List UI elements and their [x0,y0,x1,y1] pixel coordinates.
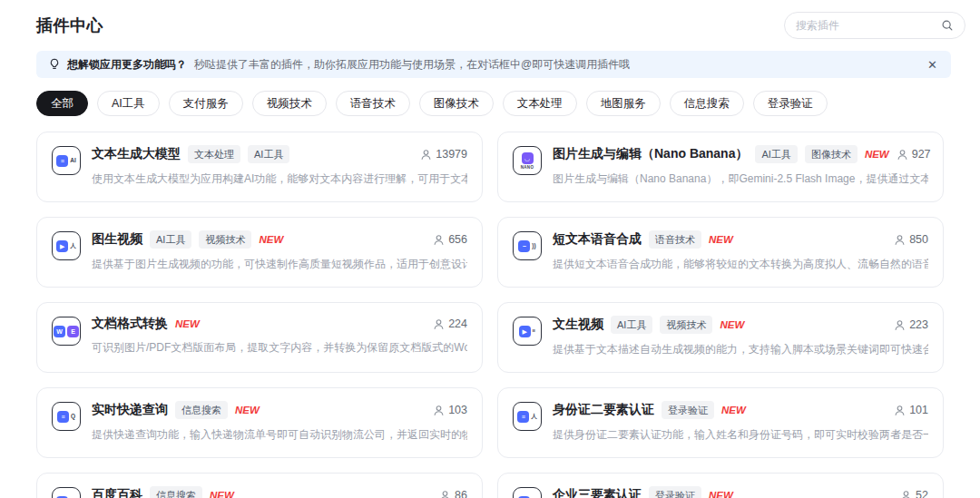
header: 插件中心 [0,0,980,39]
plugin-description: 提供基于文本描述自动生成视频的能力，支持输入脚本或场景关键词即可快速合成短视频，… [553,342,928,357]
filter-tab-2[interactable]: 支付服务 [169,91,243,116]
plugin-card-inner: −))短文本语音合成语音技术NEW850提供短文本语音合成功能，能够将较短的文本… [513,230,928,272]
new-badge: NEW [259,234,283,245]
plugin-tag: 文本处理 [188,145,240,163]
user-count: 13979 [420,148,467,161]
plugin-card-body: 身份证二要素认证登录验证NEW101提供身份证二要素认证功能，输入姓名和身份证号… [553,401,928,443]
plugin-card-body: 文生视频AI工具视频技术NEW223提供基于文本描述自动生成视频的能力，支持输入… [553,316,928,357]
plugin-title: 短文本语音合成 [553,231,642,248]
plugin-title: 文档格式转换 [92,316,168,332]
plugin-tag: 图像技术 [805,145,858,163]
plugin-icon-glyph: ≡ [57,411,69,423]
user-count-value: 224 [448,317,467,330]
plugin-card-body: 图生视频AI工具视频技术NEW656提供基于图片生成视频的功能，可快速制作高质量… [92,230,467,272]
close-icon[interactable]: ✕ [926,57,939,73]
plugin-icon-glyph: W [54,326,65,337]
new-badge: NEW [235,405,260,415]
plugin-icon-glyph: ≡ [56,155,68,167]
plugin-card-body: 百度百科信息搜索NEW86提供权威、全面的中文百科词条查询能力，支持用户快速获取… [92,486,467,498]
plugin-card[interactable]: ≡人身份证二要素认证登录验证NEW101提供身份证二要素认证功能，输入姓名和身份… [497,387,944,458]
plugin-icon-glyph: ◡ [522,152,534,164]
plugin-icon-accessory: AI [70,158,76,164]
user-count: 103 [433,404,467,416]
filter-tab-5[interactable]: 图像技术 [419,91,494,116]
search-icon[interactable] [941,19,954,32]
search-input[interactable] [796,19,941,32]
plugin-card-inner: ◡NANO图片生成与编辑（Nano Banana）AI工具图像技术NEW927图… [513,145,928,187]
filter-tab-9[interactable]: 登录验证 [753,91,828,116]
plugin-card-inner: ≡百百度百科信息搜索NEW86提供权威、全面的中文百科词条查询能力，支持用户快速… [52,486,467,498]
plugin-card[interactable]: WE文档格式转换NEW224可识别图片/PDF文档版面布局，提取文字内容，并转换… [36,302,483,373]
user-count-value: 850 [909,233,928,246]
plugin-icon: ≡百 [52,487,81,498]
filter-tab-3[interactable]: 视频技术 [252,91,327,116]
plugin-card-body: 文本生成大模型文本处理AI工具13979使用文本生成大模型为应用构建AI功能，能… [92,145,467,187]
plugin-icon: ◡NANO [513,146,542,175]
plugin-card-inner: WE文档格式转换NEW224可识别图片/PDF文档版面布局，提取文字内容，并转换… [52,316,467,356]
user-count-value: 101 [909,404,928,416]
user-count: 656 [433,233,467,246]
plugin-card-inner: ▶人图生视频AI工具视频技术NEW656提供基于图片生成视频的功能，可快速制作高… [52,230,467,272]
person-icon [420,149,432,161]
plugin-description: 提供快递查询功能，输入快递物流单号即可自动识别物流公司，并返回实时的物流信息。支… [92,427,467,443]
plugin-card[interactable]: ▶≡文生视频AI工具视频技术NEW223提供基于文本描述自动生成视频的能力，支持… [497,302,944,373]
plugin-card[interactable]: ≡AI文本生成大模型文本处理AI工具13979使用文本生成大模型为应用构建AI功… [36,132,483,202]
plugin-icon: ▶人 [52,231,81,260]
plugin-card[interactable]: ≡Q实时快递查询信息搜索NEW103提供快递查询功能，输入快递物流单号即可自动识… [36,387,483,458]
plugin-tag: AI工具 [248,145,289,163]
user-count-value: 103 [448,404,467,416]
filter-tab-7[interactable]: 地图服务 [586,91,661,116]
plugin-icon: ≡人 [513,402,542,431]
filter-tab-1[interactable]: AI工具 [97,91,160,116]
plugin-description: 图片生成与编辑（Nano Banana），即Gemini-2.5 Flash I… [553,171,928,187]
filter-tab-6[interactable]: 文本处理 [503,91,577,116]
banner-question: 想解锁应用更多功能吗？ [67,57,187,73]
plugin-icon-glyph: ≡ [517,411,529,423]
plugin-card-inner: ≡Q实时快递查询信息搜索NEW103提供快递查询功能，输入快递物流单号即可自动识… [52,401,467,443]
user-count: 223 [894,318,928,331]
filter-tab-4[interactable]: 语音技术 [336,91,410,116]
search-box[interactable] [784,12,965,39]
user-count: 86 [439,489,467,498]
plugin-title: 图生视频 [92,231,142,248]
plugin-title: 文生视频 [553,317,603,333]
plugin-card[interactable]: ≡✓企业三要素认证登录验证NEW52提供企业三要素认证功能，输入企业名称、统一社… [497,473,944,498]
user-count: 101 [894,404,928,416]
plugin-icon-accessory: )) [532,243,535,249]
plugin-icon: ≡AI [52,146,81,175]
plugin-description: 提供身份证二要素认证功能，输入姓名和身份证号码，即可实时校验两者是否一致，适用于… [553,427,928,443]
plugin-card-body: 短文本语音合成语音技术NEW850提供短文本语音合成功能，能够将较短的文本转换为… [553,230,928,272]
plugin-title: 企业三要素认证 [553,487,642,498]
plugin-tag: 语音技术 [649,230,701,249]
plugin-card[interactable]: ◡NANO图片生成与编辑（Nano Banana）AI工具图像技术NEW927图… [497,132,944,202]
plugin-icon-label: NANO [521,165,534,170]
plugin-tag: 信息搜索 [175,401,228,419]
filter-tab-8[interactable]: 信息搜索 [670,91,744,116]
plugin-tag: AI工具 [755,145,797,163]
plugin-title: 身份证二要素认证 [553,402,654,418]
user-count-value: 223 [909,318,928,331]
plugin-card-body: 文档格式转换NEW224可识别图片/PDF文档版面布局，提取文字内容，并转换为保… [92,316,467,356]
user-count: 52 [900,489,928,498]
user-count-value: 927 [912,148,931,161]
plugin-card[interactable]: ▶人图生视频AI工具视频技术NEW656提供基于图片生成视频的功能，可快速制作高… [36,217,483,288]
plugin-card-inner: ≡✓企业三要素认证登录验证NEW52提供企业三要素认证功能，输入企业名称、统一社… [513,486,928,498]
plugin-tag: 登录验证 [649,486,701,498]
person-icon [433,405,445,416]
plugin-icon-glyph: E [67,326,79,337]
plugin-title: 实时快递查询 [92,402,168,418]
filter-tab-0[interactable]: 全部 [36,91,88,116]
user-count: 224 [433,317,467,330]
plugin-card-body: 企业三要素认证登录验证NEW52提供企业三要素认证功能，输入企业名称、统一社会信… [553,486,928,498]
plugin-icon-accessory: 人 [531,414,537,420]
plugin-card[interactable]: ≡百百度百科信息搜索NEW86提供权威、全面的中文百科词条查询能力，支持用户快速… [36,473,483,498]
plugin-description: 提供基于图片生成视频的功能，可快速制作高质量短视频作品，适用于创意设计、内容营销… [92,257,467,272]
banner-message: 秒哒提供了丰富的插件，助你拓展应用功能与使用场景，在对话框中@即可快速调用插件哦 [194,57,630,73]
plugin-tag: AI工具 [611,316,652,334]
user-count-value: 86 [455,489,467,498]
plugin-tag: 视频技术 [660,316,712,334]
plugin-card-inner: ≡AI文本生成大模型文本处理AI工具13979使用文本生成大模型为应用构建AI功… [52,145,467,187]
new-badge: NEW [210,490,234,498]
plugin-icon: ▶≡ [513,317,542,346]
plugin-card[interactable]: −))短文本语音合成语音技术NEW850提供短文本语音合成功能，能够将较短的文本… [497,217,944,288]
